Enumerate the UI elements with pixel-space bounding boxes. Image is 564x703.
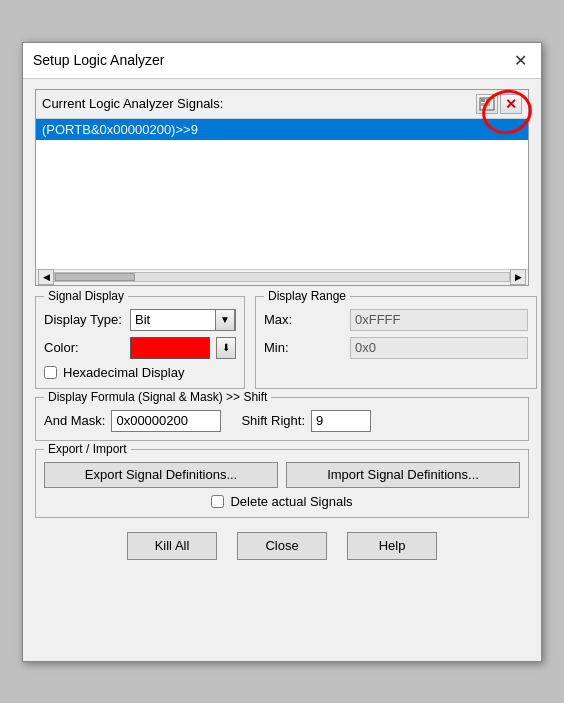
signal-item-text: (PORTB&0x00000200)>>9 xyxy=(42,122,198,137)
delete-actual-checkbox[interactable] xyxy=(211,495,224,508)
max-input[interactable] xyxy=(350,309,528,331)
hexadecimal-label: Hexadecimal Display xyxy=(63,365,184,380)
color-row: Color: ⬇ xyxy=(44,337,236,359)
signal-display-range-row: Signal Display Display Type: Bit ▼ Color… xyxy=(35,296,529,389)
dialog-body: Current Logic Analyzer Signals: ✕ xyxy=(23,79,541,572)
close-button[interactable]: Close xyxy=(237,532,327,560)
close-window-button[interactable]: ✕ xyxy=(510,51,531,70)
help-button[interactable]: Help xyxy=(347,532,437,560)
signal-display-group: Signal Display Display Type: Bit ▼ Color… xyxy=(35,296,245,389)
min-label: Min: xyxy=(264,340,344,355)
export-import-group: Export / Import Export Signal Definition… xyxy=(35,449,529,518)
display-type-dropdown-arrow[interactable]: ▼ xyxy=(215,309,235,331)
display-type-label: Display Type: xyxy=(44,312,124,327)
hexadecimal-row: Hexadecimal Display xyxy=(44,365,236,380)
and-mask-field: And Mask: xyxy=(44,410,221,432)
svg-rect-4 xyxy=(486,103,490,106)
signals-scrollbar[interactable]: ◀ ▶ xyxy=(36,269,528,285)
color-label: Color: xyxy=(44,340,124,355)
signals-header-label: Current Logic Analyzer Signals: xyxy=(42,96,223,111)
scroll-track[interactable] xyxy=(54,272,510,282)
signals-header: Current Logic Analyzer Signals: ✕ xyxy=(36,90,528,119)
color-preview[interactable] xyxy=(130,337,210,359)
scroll-thumb[interactable] xyxy=(55,273,135,281)
export-buttons-row: Export Signal Definitions... Import Sign… xyxy=(44,462,520,488)
signal-item[interactable]: (PORTB&0x00000200)>>9 xyxy=(36,119,528,140)
formula-group: Display Formula (Signal & Mask) >> Shift… xyxy=(35,397,529,441)
hexadecimal-checkbox[interactable] xyxy=(44,366,57,379)
signals-toolbar: ✕ xyxy=(476,94,522,114)
display-range-group: Display Range Max: Min: xyxy=(255,296,537,389)
shift-right-label: Shift Right: xyxy=(241,413,305,428)
display-type-value: Bit xyxy=(131,312,215,327)
delete-signal-button[interactable]: ✕ xyxy=(500,94,522,114)
delete-actual-row: Delete actual Signals xyxy=(44,494,520,509)
shift-right-field: Shift Right: xyxy=(241,410,371,432)
display-type-select[interactable]: Bit ▼ xyxy=(130,309,236,331)
max-label: Max: xyxy=(264,312,344,327)
title-bar: Setup Logic Analyzer ✕ xyxy=(23,43,541,79)
display-type-row: Display Type: Bit ▼ xyxy=(44,309,236,331)
add-signal-button[interactable] xyxy=(476,94,498,114)
signal-display-legend: Signal Display xyxy=(44,289,128,303)
shift-right-input[interactable] xyxy=(311,410,371,432)
formula-row: And Mask: Shift Right: xyxy=(44,410,520,432)
svg-rect-2 xyxy=(481,103,485,106)
delete-actual-label: Delete actual Signals xyxy=(230,494,352,509)
display-range-legend: Display Range xyxy=(264,289,350,303)
bottom-buttons: Kill All Close Help xyxy=(35,528,529,560)
formula-legend: Display Formula (Signal & Mask) >> Shift xyxy=(44,390,271,404)
add-signal-icon xyxy=(479,97,495,111)
min-input[interactable] xyxy=(350,337,528,359)
export-signal-button[interactable]: Export Signal Definitions... xyxy=(44,462,278,488)
and-mask-input[interactable] xyxy=(111,410,221,432)
min-row: Min: xyxy=(264,337,528,359)
kill-all-button[interactable]: Kill All xyxy=(127,532,217,560)
svg-rect-3 xyxy=(486,99,490,102)
signals-list[interactable]: (PORTB&0x00000200)>>9 xyxy=(36,119,528,269)
and-mask-label: And Mask: xyxy=(44,413,105,428)
signals-section: Current Logic Analyzer Signals: ✕ xyxy=(35,89,529,286)
max-row: Max: xyxy=(264,309,528,331)
scroll-right-arrow[interactable]: ▶ xyxy=(510,269,526,285)
export-legend: Export / Import xyxy=(44,442,131,456)
svg-rect-1 xyxy=(481,99,485,102)
color-dropdown-arrow[interactable]: ⬇ xyxy=(216,337,236,359)
setup-logic-analyzer-dialog: Setup Logic Analyzer ✕ Current Logic Ana… xyxy=(22,42,542,662)
dialog-title: Setup Logic Analyzer xyxy=(33,52,165,68)
scroll-left-arrow[interactable]: ◀ xyxy=(38,269,54,285)
import-signal-button[interactable]: Import Signal Definitions... xyxy=(286,462,520,488)
